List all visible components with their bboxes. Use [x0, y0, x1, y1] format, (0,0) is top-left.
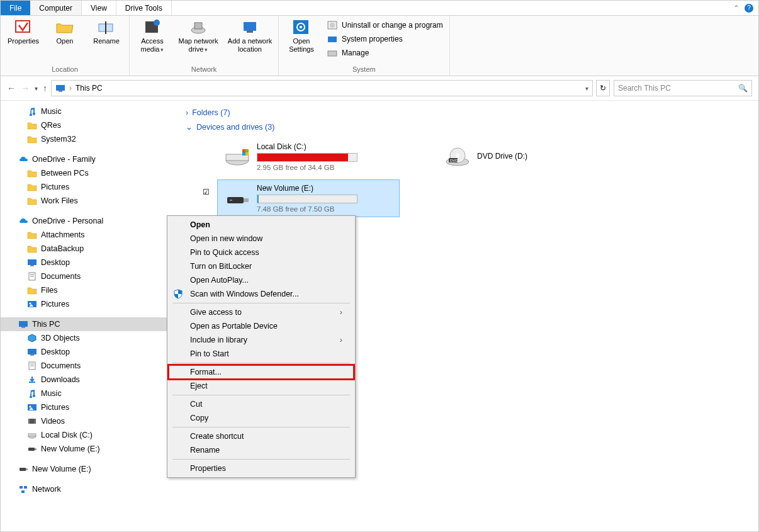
tree-attachments[interactable]: Attachments [1, 228, 176, 242]
ctx-copy[interactable]: Copy [169, 411, 354, 425]
tree-pictures[interactable]: Pictures [1, 297, 176, 311]
usb-icon [224, 187, 250, 210]
tab-drive-tools[interactable]: Drive Tools [116, 1, 172, 15]
tree-pictures[interactable]: Pictures [1, 400, 176, 414]
ribbon-group-network-label: Network [133, 64, 274, 74]
tree-databackup[interactable]: DataBackup [1, 242, 176, 256]
tree-between-pcs[interactable]: Between PCs [1, 166, 176, 180]
tree-pictures[interactable]: Pictures [1, 180, 176, 194]
ctx-open-autoplay[interactable]: Open AutoPlay... [169, 273, 354, 287]
tab-file[interactable]: File [1, 1, 30, 15]
drive-local-disk-c-[interactable]: Local Disk (C:)2.95 GB free of 34.4 GB [217, 138, 400, 176]
svg-rect-27 [28, 349, 37, 354]
tree-music[interactable]: Music [1, 387, 176, 400]
tree-desktop[interactable]: Desktop [1, 345, 176, 359]
ctx-include-in-library[interactable]: Include in library› [169, 333, 354, 347]
tree-onedrive-personal[interactable]: OneDrive - Personal [1, 214, 176, 228]
drives-group-header[interactable]: ⌄ Devices and drives (3) [186, 120, 748, 134]
defender-icon [172, 288, 184, 300]
system-properties-button[interactable]: System properties [324, 32, 446, 46]
ctx-scan-with-windows-defender[interactable]: Scan with Windows Defender... [169, 287, 354, 301]
pictures-icon [27, 299, 37, 309]
ctx-cut[interactable]: Cut [169, 397, 354, 411]
ctx-create-shortcut[interactable]: Create shortcut [169, 429, 354, 443]
tree-system32[interactable]: System32 [1, 132, 176, 146]
ribbon-group-system-label: System [283, 64, 446, 74]
minimize-ribbon-icon[interactable]: ⌃ [733, 4, 739, 13]
address-dropdown-icon[interactable]: ▾ [585, 85, 588, 92]
ctx-pin-to-start[interactable]: Pin to Start [169, 347, 354, 361]
crumb-separator-icon: › [69, 84, 72, 93]
manage-button[interactable]: Manage [324, 46, 446, 60]
tree-videos[interactable]: Videos [1, 414, 176, 428]
breadcrumb-this-pc[interactable]: This PC [76, 84, 103, 93]
add-network-location-button[interactable]: Add a network location [225, 18, 274, 53]
svg-rect-7 [244, 22, 256, 31]
chevron-down-icon: ⌄ [186, 122, 193, 132]
properties-button[interactable]: Properties [4, 18, 42, 45]
refresh-button[interactable]: ↻ [596, 80, 610, 96]
ctx-properties[interactable]: Properties [169, 461, 354, 475]
help-icon[interactable]: ? [745, 4, 753, 13]
tree-work-files[interactable]: Work Files [1, 194, 176, 208]
nav-up-button[interactable]: ↑ [43, 83, 47, 93]
svg-rect-59 [227, 197, 244, 203]
tree-new-volume-e-[interactable]: New Volume (E:) [1, 442, 176, 456]
tab-computer[interactable]: Computer [30, 1, 82, 15]
tree-desktop[interactable]: Desktop [1, 256, 176, 269]
tree-this-pc[interactable]: This PC [1, 317, 176, 331]
open-folder-icon [55, 18, 75, 36]
open-settings-button[interactable]: Open Settings [283, 18, 320, 53]
nav-forward-button[interactable]: → [21, 83, 30, 93]
tree-music[interactable]: Music [1, 105, 176, 118]
tree-onedrive-family[interactable]: OneDrive - Family [1, 152, 176, 166]
access-media-button[interactable]: Access media [133, 18, 171, 53]
ctx-open-as-portable-device[interactable]: Open as Portable Device [169, 319, 354, 333]
drive-dvd-drive-d-[interactable]: DVDDVD Drive (D:) [437, 138, 620, 176]
tree-downloads[interactable]: Downloads [1, 373, 176, 387]
nav-tree[interactable]: MusicQResSystem32OneDrive - FamilyBetwee… [1, 101, 176, 532]
tree-documents[interactable]: Documents [1, 269, 176, 283]
tab-view[interactable]: View [82, 1, 116, 15]
uninstall-program-button[interactable]: Uninstall or change a program [324, 18, 446, 32]
svg-point-24 [30, 303, 31, 305]
network-icon [18, 484, 28, 494]
ctx-rename[interactable]: Rename [169, 443, 354, 457]
selected-check-icon: ☑ [203, 188, 210, 196]
map-network-drive-button[interactable]: Map network drive [175, 18, 222, 53]
ctx-pin-to-quick-access[interactable]: Pin to Quick access [169, 246, 354, 259]
open-button[interactable]: Open [46, 18, 84, 45]
ctx-eject[interactable]: Eject [169, 379, 354, 393]
nav-recent-button[interactable]: ▾ [35, 85, 38, 92]
rename-button[interactable]: Rename [87, 18, 125, 45]
search-input[interactable]: Search This PC 🔍 [614, 80, 752, 96]
svg-rect-39 [28, 434, 36, 436]
folder-icon [27, 168, 37, 178]
tree-documents[interactable]: Documents [1, 359, 176, 373]
nav-back-button[interactable]: ← [7, 83, 16, 93]
tree-3d-objects[interactable]: 3D Objects [1, 331, 176, 345]
drive-new-volume-e-[interactable]: ☑New Volume (E:)7.48 GB free of 7.50 GB [217, 179, 400, 217]
uninstall-icon [327, 20, 338, 30]
tree-files[interactable]: Files [1, 283, 176, 297]
address-bar[interactable]: › This PC ▾ [51, 80, 593, 96]
thispc-icon [18, 319, 28, 329]
tree-local-disk-c-[interactable]: Local Disk (C:) [1, 428, 176, 442]
tree-network[interactable]: Network [1, 482, 176, 496]
ctx-give-access-to[interactable]: Give access to› [169, 305, 354, 319]
tree-qres[interactable]: QRes [1, 118, 176, 132]
rename-icon [96, 18, 116, 36]
svg-rect-52 [242, 152, 245, 156]
ctx-open-in-new-window[interactable]: Open in new window [169, 232, 354, 246]
ctx-turn-on-bitlocker[interactable]: Turn on BitLocker [169, 259, 354, 273]
ctx-format[interactable]: Format... [169, 365, 354, 379]
tree-new-volume-e[interactable]: New Volume (E:) [1, 462, 176, 476]
ctx-open[interactable]: Open [169, 218, 354, 232]
video-icon [27, 416, 37, 426]
folder-icon [27, 134, 37, 144]
folders-group-header[interactable]: › Folders (7) [186, 106, 748, 120]
svg-rect-36 [29, 419, 30, 424]
svg-rect-37 [35, 419, 35, 424]
desktop-icon [27, 258, 37, 268]
context-menu-separator [172, 395, 350, 395]
